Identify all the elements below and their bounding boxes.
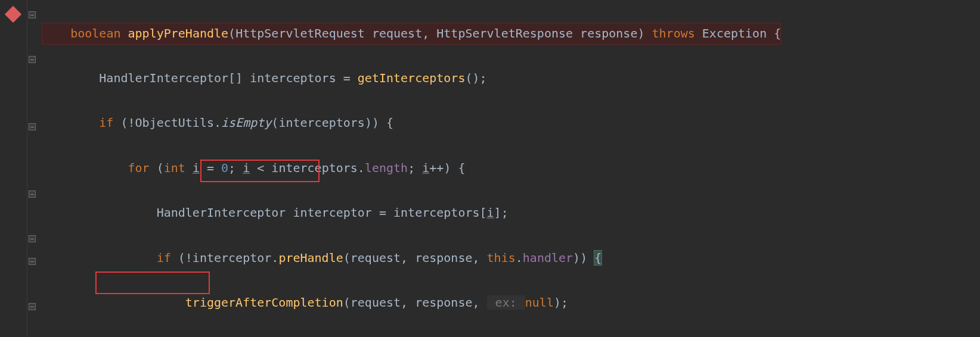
code-line: triggerAfterCompletion(request, response… [42,292,781,314]
code-line: if (!ObjectUtils.isEmpty(interceptors)) … [42,112,781,135]
fold-toggle[interactable] [29,11,36,18]
parameter-hint: ex: [487,295,525,310]
editor-gutter [0,0,42,337]
fold-toggle[interactable] [29,191,36,198]
fold-toggle[interactable] [29,123,36,130]
gutter-separator [27,0,27,337]
breakpoint-icon[interactable] [5,6,21,23]
code-line: HandlerInterceptor interceptor = interce… [42,202,781,224]
fold-toggle[interactable] [29,258,36,265]
matched-brace: { [594,251,601,265]
fold-toggle[interactable] [29,235,36,242]
fold-toggle[interactable] [29,303,36,310]
code-line: if (!interceptor.preHandle(request, resp… [42,247,781,270]
code-line: for (int i = 0; i < interceptors.length;… [42,157,781,180]
code-editor-content[interactable]: boolean applyPreHandle(HttpServletReques… [42,0,781,337]
code-line: HandlerInterceptor[] interceptors = getI… [42,67,781,90]
fold-toggle[interactable] [29,56,36,63]
code-line: boolean applyPreHandle(HttpServletReques… [42,23,781,45]
